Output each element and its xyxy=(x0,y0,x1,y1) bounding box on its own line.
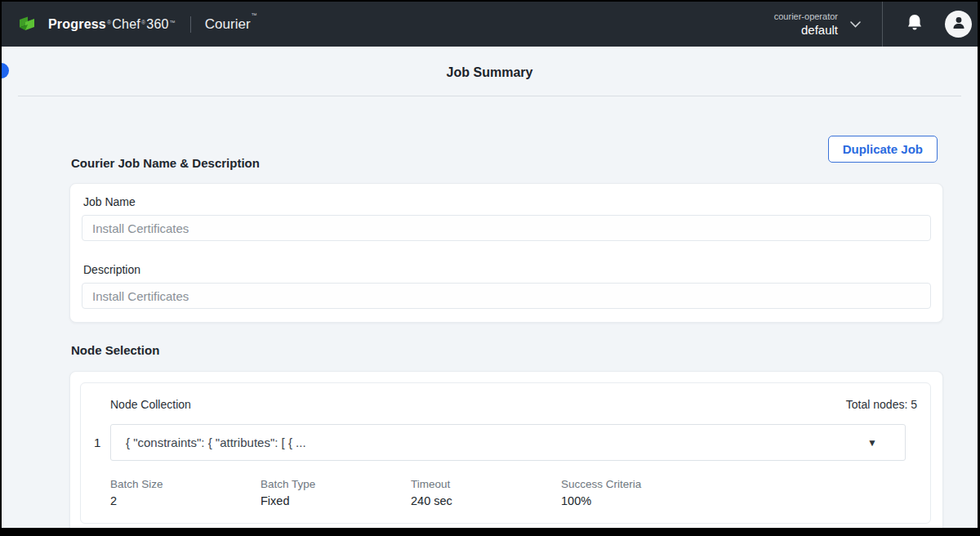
tm-mark: ™ xyxy=(252,12,257,29)
batch-size-column: Batch Size 2 xyxy=(110,477,261,509)
bell-icon xyxy=(906,13,924,36)
job-section-header: Courier Job Name & Description Duplicate… xyxy=(69,136,943,170)
topbar-brand-divider xyxy=(190,16,191,33)
job-section-heading: Courier Job Name & Description xyxy=(71,156,260,170)
tenant-space-label: default xyxy=(801,22,838,38)
tm-mark: ™ xyxy=(170,20,176,25)
node-selection-card: Node Collection Total nodes: 5 1 { "cons… xyxy=(69,371,943,528)
duplicate-job-button[interactable]: Duplicate Job xyxy=(828,136,938,163)
tenant-org-label: courier-operator xyxy=(774,11,838,22)
tenant-switcher[interactable]: courier-operator default xyxy=(774,11,861,38)
topbar: Progress®Chef®360™ Courier™ courier-oper… xyxy=(2,2,978,47)
header-divider xyxy=(18,96,961,96)
job-name-input[interactable] xyxy=(82,215,931,241)
description-input[interactable] xyxy=(82,283,931,309)
total-nodes-count: Total nodes: 5 xyxy=(846,398,917,411)
chevron-down-icon xyxy=(850,21,861,28)
brand-360: 360 xyxy=(146,17,168,32)
page-header: Job Summary xyxy=(2,47,978,96)
node-collection-label: Node Collection xyxy=(110,398,191,411)
topbar-right-divider xyxy=(882,2,883,47)
success-criteria-value: 100% xyxy=(561,494,711,509)
dropdown-caret-icon: ▼ xyxy=(867,437,877,449)
user-menu-button[interactable] xyxy=(945,11,972,38)
brand-chef: Chef xyxy=(112,17,140,32)
reg-mark: ® xyxy=(107,20,111,25)
reg-mark: ® xyxy=(141,20,145,25)
description-field: Description xyxy=(82,262,931,309)
brand-progress: Progress xyxy=(48,17,106,32)
timeout-label: Timeout xyxy=(411,477,561,492)
node-selection-heading: Node Selection xyxy=(71,343,943,357)
page-title: Job Summary xyxy=(2,47,978,80)
batch-settings: Batch Size 2 Batch Type Fixed Timeout 24… xyxy=(110,477,917,509)
notifications-button[interactable] xyxy=(906,13,924,36)
user-avatar-icon xyxy=(951,16,966,34)
batch-size-label: Batch Size xyxy=(110,477,261,492)
brand: Progress®Chef®360™ xyxy=(19,16,176,34)
timeout-value: 240 sec xyxy=(411,494,561,509)
job-name-card: Job Name Description xyxy=(69,183,943,323)
batch-type-column: Batch Type Fixed xyxy=(261,477,411,509)
node-collection-dropdown-value: { "constraints": { "attributes": [ { ... xyxy=(126,436,867,449)
success-criteria-column: Success Criteria 100% xyxy=(561,477,711,509)
description-label: Description xyxy=(83,262,931,277)
node-collection-dropdown[interactable]: { "constraints": { "attributes": [ { ...… xyxy=(110,424,906,461)
product-name: Courier™ xyxy=(205,16,258,33)
progress-logo-icon xyxy=(19,16,41,34)
batch-type-value: Fixed xyxy=(261,494,411,509)
row-index: 1 xyxy=(92,436,110,449)
batch-size-value: 2 xyxy=(110,494,261,509)
timeout-column: Timeout 240 sec xyxy=(411,477,561,509)
main-content: Courier Job Name & Description Duplicate… xyxy=(69,136,943,528)
job-name-field: Job Name xyxy=(82,194,931,241)
product-label: Courier xyxy=(205,16,251,33)
success-criteria-label: Success Criteria xyxy=(561,477,711,492)
job-name-label: Job Name xyxy=(83,194,931,209)
brand-text: Progress®Chef®360™ xyxy=(48,17,176,32)
batch-type-label: Batch Type xyxy=(261,477,411,492)
node-collection-panel: Node Collection Total nodes: 5 1 { "cons… xyxy=(80,382,931,524)
app-window: Progress®Chef®360™ Courier™ courier-oper… xyxy=(2,2,978,528)
